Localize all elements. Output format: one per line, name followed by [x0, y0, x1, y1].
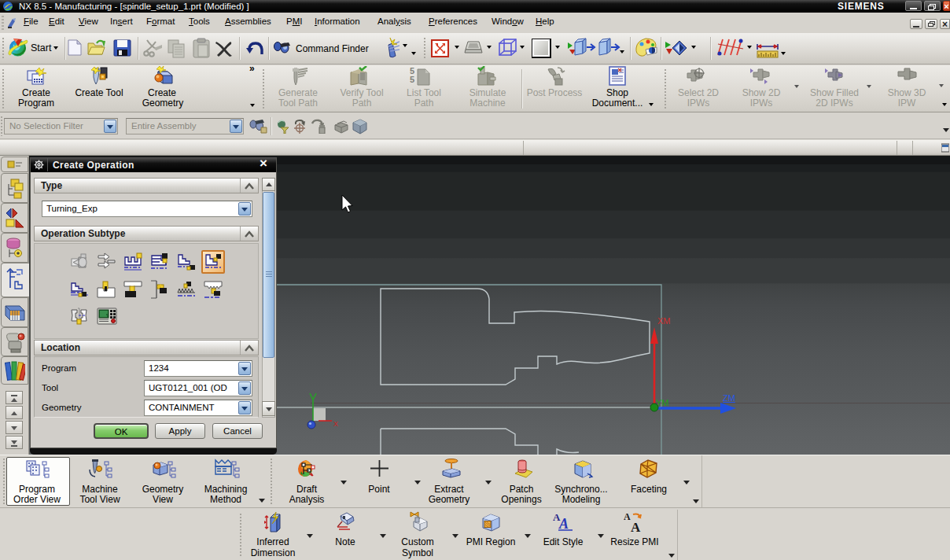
svg-text:A: A	[558, 516, 569, 532]
svg-text:YM: YM	[656, 398, 669, 407]
svg-text:XM: XM	[657, 316, 671, 326]
svg-text:X: X	[333, 420, 338, 428]
svg-text:A: A	[624, 511, 631, 522]
svg-text:ZM: ZM	[723, 393, 735, 403]
svg-text:5: 5	[410, 75, 414, 84]
svg-text:A: A	[631, 520, 641, 532]
